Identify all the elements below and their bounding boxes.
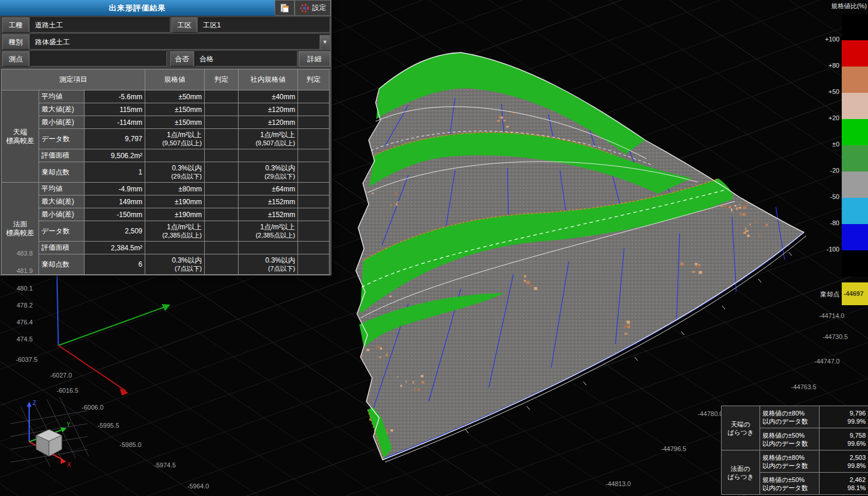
field-label-koushu: 工種: [2, 18, 29, 33]
judge-cell: [205, 183, 239, 195]
variance-stats-panel: 天端のばらつき 規格値の±80%以内のデータ数 9,79699.9% 規格値の±…: [721, 406, 868, 495]
legend-swatch: [842, 172, 868, 198]
evaluation-panel: 出来形評価結果 設定 工種 道路土工 工区 工区1 種別 路体盛土工: [0, 0, 331, 275]
group-label: 天端標高較差: [2, 90, 39, 183]
judge-cell: [205, 221, 239, 242]
table-row: 最小値(差) -114mm ±150mm ±120mm: [2, 116, 330, 129]
legend-tick: -20: [814, 167, 839, 174]
stats-metric-label: 規格値の±50%以内のデータ数: [760, 473, 820, 495]
judge-cell: [298, 162, 330, 183]
header-internal: 社内規格値: [239, 69, 298, 90]
item-label: 棄却点数: [39, 254, 85, 275]
spec-value: 1点/m²以上(9,507点以上): [145, 129, 205, 149]
judge-cell: [298, 221, 330, 242]
measured-value: 1: [85, 162, 145, 183]
measured-value: 149mm: [85, 195, 145, 208]
item-label: データ数: [39, 129, 85, 149]
field-label-sokuten: 測点: [2, 51, 29, 67]
x-axis-label: -5985.0: [120, 441, 141, 448]
y-axis-label: -44796.5: [661, 445, 686, 452]
internal-spec-value: 0.3%以内(29点以下): [239, 162, 298, 183]
judge-cell: [205, 149, 239, 162]
stats-group-label: 天端のばらつき: [722, 406, 760, 450]
stats-metric-label: 規格値の±50%以内のデータ数: [760, 428, 820, 450]
measured-value: -114mm: [85, 116, 145, 129]
judge-cell: [205, 242, 239, 254]
judge-cell: [205, 103, 239, 116]
internal-spec-value: 1点/m²以上(9,507点以上): [239, 129, 298, 149]
gizmo-y-label: Y: [66, 421, 71, 428]
y-axis-label: -44730.5: [822, 333, 848, 340]
legend-tick: +80: [814, 62, 839, 69]
x-axis-label: -6006.0: [82, 404, 103, 411]
legend-swatch: [842, 224, 868, 250]
elevation-label: 480.1: [2, 285, 33, 292]
shubetsu-select[interactable]: 路体盛土工 ▼: [30, 34, 330, 50]
spec-value: ±150mm: [145, 103, 205, 116]
measured-value: 9,506.2m²: [85, 149, 145, 162]
table-row: 評価面積 9,506.2m²: [2, 149, 330, 162]
panel-titlebar[interactable]: 出来形評価結果 設定: [0, 0, 331, 16]
legend-swatch: [842, 145, 868, 172]
item-label: 棄却点数: [39, 162, 85, 183]
judge-cell: [298, 90, 330, 103]
header-judge2: 判定: [298, 69, 330, 90]
sokuten-input[interactable]: [35, 55, 162, 63]
legend-swatch: [842, 67, 868, 93]
gouhi-field: 合格: [195, 51, 298, 67]
settings-button[interactable]: 設定: [295, 0, 331, 16]
judge-cell: [205, 129, 239, 149]
table-row: 法面標高較差 平均値 -4.9mm ±80mm ±64mm: [2, 183, 330, 195]
judge-cell: [298, 116, 330, 129]
spec-value: 0.3%以内(7点以下): [145, 254, 205, 275]
measured-value: 2,384.5m²: [85, 242, 145, 254]
spec-value: ±150mm: [145, 116, 205, 129]
measured-value: 6: [85, 254, 145, 275]
elevation-label: 483.8: [2, 250, 33, 257]
spec-value: 1点/m²以上(2,385点以上): [145, 221, 205, 242]
spec-value: [145, 242, 205, 254]
spec-value: ±190mm: [145, 195, 205, 208]
internal-spec-value: 1点/m²以上(2,385点以上): [239, 221, 298, 242]
judge-cell: [298, 208, 330, 221]
item-label: 平均値: [39, 90, 85, 103]
header-item: 測定項目: [2, 69, 145, 90]
spec-value: ±80mm: [145, 183, 205, 195]
terrain-model: [356, 53, 806, 462]
shubetsu-value: 路体盛土工: [35, 37, 320, 47]
gizmo-x-label: X: [67, 462, 71, 468]
measured-value: -4.9mm: [85, 183, 145, 195]
elevation-label: 478.2: [2, 302, 33, 309]
judge-cell: [205, 162, 239, 183]
sokuten-field-wrap: [30, 51, 167, 67]
legend-swatch: [842, 119, 868, 145]
spec-value: [145, 149, 205, 162]
measured-value: 2,509: [85, 221, 145, 242]
kouku-field[interactable]: 工区1: [198, 18, 330, 33]
table-row: データ数 2,509 1点/m²以上(2,385点以上) 1点/m²以上(2,3…: [2, 221, 330, 242]
item-label: 評価面積: [39, 242, 85, 254]
detail-button[interactable]: 詳細: [299, 51, 330, 67]
internal-spec-value: ±120mm: [239, 116, 298, 129]
item-label: 平均値: [39, 183, 85, 195]
item-label: 評価面積: [39, 149, 85, 162]
koushu-field[interactable]: 道路土工: [30, 18, 170, 33]
measured-value: 115mm: [85, 103, 145, 116]
stats-metric-value: 2,46298.1%: [820, 473, 868, 495]
stats-metric-label: 規格値の±80%以内のデータ数: [760, 406, 820, 428]
chevron-down-icon[interactable]: ▼: [320, 35, 330, 49]
judge-cell: [205, 90, 239, 103]
x-axis-label: -6016.5: [57, 387, 78, 394]
stats-metric-value: 9,75899.6%: [820, 428, 868, 450]
document-icon: [279, 3, 290, 13]
stats-metric-value: 2,50399.8%: [820, 450, 868, 473]
x-axis-label: -5974.5: [154, 462, 176, 469]
report-button[interactable]: [275, 0, 295, 16]
stats-metric-value: 9,79699.9%: [820, 406, 868, 428]
x-axis-label: -5964.0: [187, 483, 209, 490]
legend-title: 規格値比(%): [814, 2, 867, 11]
internal-spec-value: [239, 242, 298, 254]
spec-value: ±190mm: [145, 208, 205, 221]
item-label: 最小値(差): [39, 116, 85, 129]
item-label: 最大値(差): [39, 103, 85, 116]
